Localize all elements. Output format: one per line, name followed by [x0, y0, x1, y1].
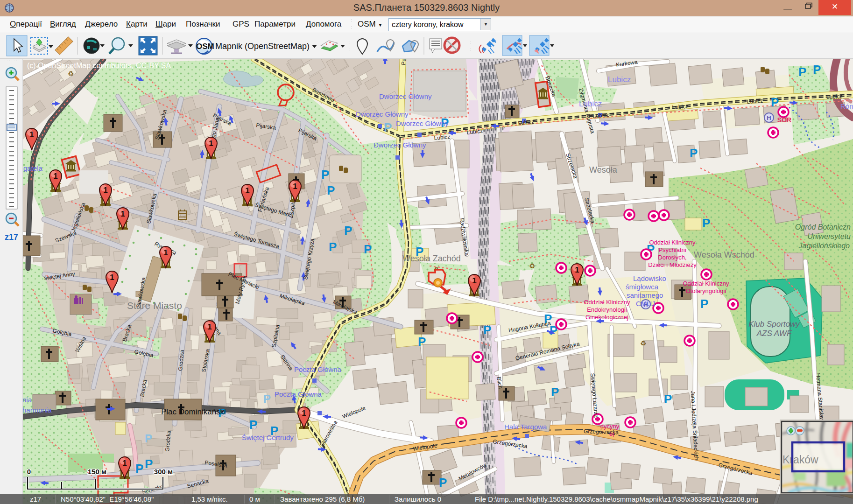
svg-text:Ginekologicznej: Ginekologicznej	[585, 314, 628, 321]
svg-text:1: 1	[120, 210, 125, 218]
svg-text:Otolaryngologii: Otolaryngologii	[686, 287, 726, 294]
svg-text:P: P	[690, 146, 698, 160]
svg-text:150 м: 150 м	[88, 468, 106, 476]
svg-text:Hala Targowa: Hala Targowa	[504, 423, 547, 431]
svg-text:Dorosłych,: Dorosłych,	[658, 254, 686, 261]
svg-text:Lubicz: Lubicz	[608, 75, 631, 84]
svg-text:Stare Miasto: Stare Miasto	[127, 300, 182, 311]
svg-text:P: P	[321, 168, 329, 182]
svg-text:Oddział Kliniczny: Oddział Kliniczny	[649, 239, 696, 246]
svg-text:P: P	[384, 120, 392, 134]
svg-text:SOR: SOR	[777, 116, 791, 124]
svg-text:Mapnik (OpenStreetMap): Mapnik (OpenStreetMap)	[215, 42, 310, 51]
svg-text:Klub Sportowy: Klub Sportowy	[748, 320, 800, 329]
svg-text:1: 1	[207, 322, 211, 331]
svg-text:♻: ♻	[640, 339, 646, 347]
svg-text:Wesoła Zachód: Wesoła Zachód	[402, 254, 461, 263]
svg-text:P: P	[771, 95, 779, 109]
svg-text:P: P	[344, 224, 352, 238]
svg-text:Lubicz: Lubicz	[579, 99, 602, 108]
svg-text:Endokrynologii: Endokrynologii	[587, 306, 627, 313]
svg-text:1: 1	[29, 130, 34, 139]
svg-text:gatela: gatela	[23, 164, 43, 172]
svg-text:P: P	[135, 462, 143, 476]
svg-text:ej: ej	[609, 430, 614, 437]
svg-text:AZS AWF: AZS AWF	[756, 329, 792, 338]
svg-text:P: P	[418, 335, 426, 349]
svg-text:Kraków: Kraków	[783, 454, 818, 466]
svg-text:Ogród Botaniczn: Ogród Botaniczn	[795, 223, 851, 231]
svg-text:P: P	[483, 323, 491, 337]
svg-text:Psychiatrii: Psychiatrii	[658, 246, 686, 253]
svg-text:P: P	[551, 385, 559, 399]
svg-text:P: P	[327, 183, 335, 197]
svg-text:(c) OpenStreetMap contributors: (c) OpenStreetMap contributors, CC-BY-SA	[27, 62, 171, 70]
svg-text:Dzieci i Młodzieży: Dzieci i Młodzieży	[648, 261, 697, 268]
svg-text:P: P	[364, 242, 372, 256]
svg-text:1: 1	[472, 276, 476, 285]
svg-text:Dworzec Główny: Dworzec Główny	[356, 110, 409, 118]
svg-text:0: 0	[27, 468, 31, 476]
svg-text:1: 1	[122, 459, 127, 468]
svg-text:P: P	[439, 476, 447, 490]
svg-text:OSM: OSM	[196, 42, 214, 51]
svg-text:Jagiellońskiego: Jagiellońskiego	[798, 242, 850, 250]
svg-text:1: 1	[110, 273, 114, 282]
svg-text:Świętej Gertrudy: Świętej Gertrudy	[242, 434, 294, 441]
svg-text:1: 1	[302, 409, 306, 418]
svg-text:♻: ♻	[68, 70, 74, 77]
svg-text:Lubicz: Lubicz	[826, 93, 842, 100]
svg-text:1: 1	[103, 186, 107, 195]
svg-text:Poczta Główna: Poczta Główna	[275, 390, 322, 398]
svg-text:P: P	[145, 457, 153, 471]
svg-text:1: 1	[209, 139, 213, 148]
svg-text:Lubicz: Lubicz	[672, 103, 689, 111]
svg-text:z17: z17	[5, 232, 18, 242]
svg-text:Dworzec Główny: Dworzec Główny	[374, 141, 426, 149]
svg-text:H: H	[767, 114, 771, 121]
svg-text:Oddział Kliniczny: Oddział Kliniczny	[683, 280, 729, 287]
svg-text:dycyny: dycyny	[600, 423, 620, 430]
svg-text:P: P	[798, 65, 806, 79]
svg-text:1: 1	[245, 186, 249, 195]
svg-text:Dworzec Główny: Dworzec Główny	[379, 92, 432, 100]
svg-text:1: 1	[293, 182, 297, 191]
svg-text:Oddział Kliniczny: Oddział Kliniczny	[584, 299, 630, 306]
svg-text:1: 1	[53, 172, 57, 181]
svg-text:Uniwersytetu: Uniwersytetu	[808, 232, 851, 240]
svg-text:sanitarnego: sanitarnego	[627, 291, 663, 299]
svg-text:P: P	[664, 392, 672, 406]
svg-text:Poczta Główna: Poczta Główna	[294, 365, 342, 373]
svg-text:Wesoła Wschód: Wesoła Wschód	[694, 250, 754, 259]
svg-text:nia: nia	[22, 396, 32, 404]
svg-text:Lądowisko: Lądowisko	[633, 274, 666, 282]
svg-text:Wesoła: Wesoła	[589, 165, 618, 175]
svg-text:P: P	[263, 392, 271, 405]
svg-text:P: P	[249, 418, 257, 432]
svg-text:P: P	[329, 240, 337, 254]
svg-text:Plac Dominikański: Plac Dominikański	[161, 407, 226, 416]
svg-text:śmigłowca: śmigłowca	[626, 283, 659, 291]
svg-text:Dworzec Główny: Dworzec Główny	[396, 119, 449, 127]
svg-text:Lubicz: Lubicz	[747, 98, 763, 105]
svg-text:300 м: 300 м	[154, 468, 173, 476]
svg-text:P: P	[700, 297, 708, 311]
svg-text:P: P	[702, 216, 710, 230]
svg-text:harmonia: harmonia	[22, 406, 52, 414]
svg-text:Rón: Rón	[840, 102, 853, 110]
svg-text:P: P	[145, 432, 152, 445]
svg-text:1: 1	[575, 266, 579, 274]
svg-text:P: P	[813, 63, 821, 77]
svg-text:1: 1	[163, 248, 168, 257]
svg-text:CMUJ: CMUJ	[636, 300, 656, 308]
svg-text:♻: ♻	[529, 262, 535, 270]
